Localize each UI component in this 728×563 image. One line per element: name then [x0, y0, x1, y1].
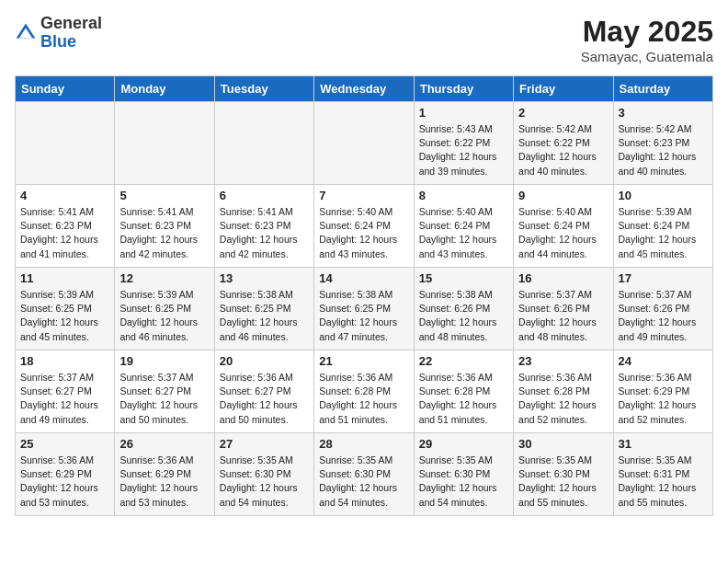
day-info: Sunrise: 5:41 AM Sunset: 6:23 PM Dayligh… — [220, 205, 309, 261]
header-row: Sunday Monday Tuesday Wednesday Thursday… — [16, 76, 713, 102]
cell-w5-d5: 29Sunrise: 5:35 AM Sunset: 6:30 PM Dayli… — [414, 433, 513, 516]
header-tuesday: Tuesday — [214, 76, 313, 102]
day-info: Sunrise: 5:39 AM Sunset: 6:25 PM Dayligh… — [20, 288, 109, 344]
day-number: 9 — [518, 189, 608, 202]
day-info: Sunrise: 5:37 AM Sunset: 6:26 PM Dayligh… — [518, 288, 608, 344]
cell-w1-d4 — [314, 102, 414, 185]
cell-w5-d1: 25Sunrise: 5:36 AM Sunset: 6:29 PM Dayli… — [16, 433, 115, 516]
day-number: 20 — [220, 354, 309, 368]
day-info: Sunrise: 5:36 AM Sunset: 6:29 PM Dayligh… — [20, 454, 109, 510]
day-info: Sunrise: 5:43 AM Sunset: 6:22 PM Dayligh… — [419, 122, 508, 178]
cell-w2-d5: 8Sunrise: 5:40 AM Sunset: 6:24 PM Daylig… — [414, 185, 513, 268]
calendar-table: Sunday Monday Tuesday Wednesday Thursday… — [15, 75, 713, 516]
day-info: Sunrise: 5:35 AM Sunset: 6:30 PM Dayligh… — [220, 454, 309, 510]
week-row-3: 11Sunrise: 5:39 AM Sunset: 6:25 PM Dayli… — [16, 268, 713, 350]
day-info: Sunrise: 5:39 AM Sunset: 6:24 PM Dayligh… — [619, 205, 708, 261]
day-number: 17 — [619, 271, 708, 285]
cell-w5-d6: 30Sunrise: 5:35 AM Sunset: 6:30 PM Dayli… — [514, 433, 613, 516]
cell-w3-d4: 14Sunrise: 5:38 AM Sunset: 6:25 PM Dayli… — [314, 268, 414, 350]
page-header: General Blue May 2025 Samayac, Guatemala — [15, 15, 713, 64]
day-number: 16 — [518, 271, 608, 285]
day-info: Sunrise: 5:41 AM Sunset: 6:23 PM Dayligh… — [20, 205, 109, 261]
title-block: May 2025 Samayac, Guatemala — [581, 15, 713, 64]
cell-w4-d3: 20Sunrise: 5:36 AM Sunset: 6:27 PM Dayli… — [214, 350, 313, 433]
day-info: Sunrise: 5:40 AM Sunset: 6:24 PM Dayligh… — [518, 205, 608, 261]
day-number: 24 — [619, 354, 708, 368]
day-number: 1 — [419, 106, 508, 120]
day-number: 18 — [20, 354, 109, 368]
day-info: Sunrise: 5:40 AM Sunset: 6:24 PM Dayligh… — [419, 205, 508, 261]
cell-w4-d5: 22Sunrise: 5:36 AM Sunset: 6:28 PM Dayli… — [414, 350, 513, 433]
day-info: Sunrise: 5:36 AM Sunset: 6:29 PM Dayligh… — [619, 371, 708, 427]
day-number: 23 — [518, 354, 608, 368]
day-info: Sunrise: 5:35 AM Sunset: 6:31 PM Dayligh… — [619, 454, 708, 510]
cell-w4-d1: 18Sunrise: 5:37 AM Sunset: 6:27 PM Dayli… — [16, 350, 115, 433]
week-row-5: 25Sunrise: 5:36 AM Sunset: 6:29 PM Dayli… — [16, 433, 713, 516]
day-info: Sunrise: 5:36 AM Sunset: 6:29 PM Dayligh… — [119, 454, 209, 510]
day-number: 15 — [419, 271, 508, 285]
day-number: 5 — [119, 189, 209, 202]
day-info: Sunrise: 5:38 AM Sunset: 6:25 PM Dayligh… — [220, 288, 309, 344]
day-info: Sunrise: 5:36 AM Sunset: 6:27 PM Dayligh… — [220, 371, 309, 427]
cell-w1-d2 — [115, 102, 214, 185]
cell-w1-d6: 2Sunrise: 5:42 AM Sunset: 6:22 PM Daylig… — [514, 102, 613, 185]
day-info: Sunrise: 5:40 AM Sunset: 6:24 PM Dayligh… — [319, 205, 408, 261]
day-number: 11 — [20, 271, 109, 285]
day-number: 29 — [419, 437, 508, 451]
header-thursday: Thursday — [414, 76, 513, 102]
day-number: 30 — [518, 437, 608, 451]
cell-w3-d2: 12Sunrise: 5:39 AM Sunset: 6:25 PM Dayli… — [115, 268, 214, 350]
day-info: Sunrise: 5:38 AM Sunset: 6:26 PM Dayligh… — [419, 288, 508, 344]
day-info: Sunrise: 5:35 AM Sunset: 6:30 PM Dayligh… — [319, 454, 408, 510]
header-saturday: Saturday — [613, 76, 712, 102]
day-number: 31 — [619, 437, 708, 451]
cell-w1-d1 — [16, 102, 115, 185]
cell-w2-d1: 4Sunrise: 5:41 AM Sunset: 6:23 PM Daylig… — [16, 185, 115, 268]
cell-w2-d2: 5Sunrise: 5:41 AM Sunset: 6:23 PM Daylig… — [115, 185, 214, 268]
logo-icon — [15, 22, 37, 44]
cell-w2-d7: 10Sunrise: 5:39 AM Sunset: 6:24 PM Dayli… — [613, 185, 712, 268]
cell-w4-d6: 23Sunrise: 5:36 AM Sunset: 6:28 PM Dayli… — [514, 350, 613, 433]
cell-w2-d3: 6Sunrise: 5:41 AM Sunset: 6:23 PM Daylig… — [214, 185, 313, 268]
day-number: 7 — [319, 189, 408, 202]
month-title: May 2025 — [581, 15, 713, 49]
cell-w3-d7: 17Sunrise: 5:37 AM Sunset: 6:26 PM Dayli… — [613, 268, 712, 350]
day-info: Sunrise: 5:35 AM Sunset: 6:30 PM Dayligh… — [419, 454, 508, 510]
cell-w3-d3: 13Sunrise: 5:38 AM Sunset: 6:25 PM Dayli… — [214, 268, 313, 350]
day-info: Sunrise: 5:36 AM Sunset: 6:28 PM Dayligh… — [419, 371, 508, 427]
logo: General Blue — [15, 15, 102, 52]
cell-w4-d2: 19Sunrise: 5:37 AM Sunset: 6:27 PM Dayli… — [115, 350, 214, 433]
day-number: 27 — [220, 437, 309, 451]
location-subtitle: Samayac, Guatemala — [581, 49, 713, 64]
day-number: 4 — [20, 189, 109, 202]
cell-w5-d2: 26Sunrise: 5:36 AM Sunset: 6:29 PM Dayli… — [115, 433, 214, 516]
day-info: Sunrise: 5:37 AM Sunset: 6:26 PM Dayligh… — [619, 288, 708, 344]
day-number: 21 — [319, 354, 408, 368]
day-info: Sunrise: 5:41 AM Sunset: 6:23 PM Dayligh… — [119, 205, 209, 261]
logo-general-text: General — [40, 14, 102, 32]
day-number: 25 — [20, 437, 109, 451]
header-friday: Friday — [514, 76, 613, 102]
day-info: Sunrise: 5:39 AM Sunset: 6:25 PM Dayligh… — [119, 288, 209, 344]
day-number: 8 — [419, 189, 508, 202]
cell-w5-d3: 27Sunrise: 5:35 AM Sunset: 6:30 PM Dayli… — [214, 433, 313, 516]
day-number: 28 — [319, 437, 408, 451]
day-info: Sunrise: 5:36 AM Sunset: 6:28 PM Dayligh… — [319, 371, 408, 427]
day-info: Sunrise: 5:42 AM Sunset: 6:22 PM Dayligh… — [518, 122, 608, 178]
day-number: 13 — [220, 271, 309, 285]
header-sunday: Sunday — [16, 76, 115, 102]
day-number: 14 — [319, 271, 408, 285]
day-info: Sunrise: 5:37 AM Sunset: 6:27 PM Dayligh… — [20, 371, 109, 427]
week-row-1: 1Sunrise: 5:43 AM Sunset: 6:22 PM Daylig… — [16, 102, 713, 185]
day-info: Sunrise: 5:38 AM Sunset: 6:25 PM Dayligh… — [319, 288, 408, 344]
day-number: 2 — [518, 106, 608, 120]
cell-w4-d7: 24Sunrise: 5:36 AM Sunset: 6:29 PM Dayli… — [613, 350, 712, 433]
cell-w3-d1: 11Sunrise: 5:39 AM Sunset: 6:25 PM Dayli… — [16, 268, 115, 350]
cell-w2-d4: 7Sunrise: 5:40 AM Sunset: 6:24 PM Daylig… — [314, 185, 414, 268]
day-info: Sunrise: 5:36 AM Sunset: 6:28 PM Dayligh… — [518, 371, 608, 427]
cell-w1-d7: 3Sunrise: 5:42 AM Sunset: 6:23 PM Daylig… — [613, 102, 712, 185]
day-info: Sunrise: 5:42 AM Sunset: 6:23 PM Dayligh… — [619, 122, 708, 178]
cell-w5-d4: 28Sunrise: 5:35 AM Sunset: 6:30 PM Dayli… — [314, 433, 414, 516]
calendar-header: Sunday Monday Tuesday Wednesday Thursday… — [16, 76, 713, 102]
cell-w3-d6: 16Sunrise: 5:37 AM Sunset: 6:26 PM Dayli… — [514, 268, 613, 350]
